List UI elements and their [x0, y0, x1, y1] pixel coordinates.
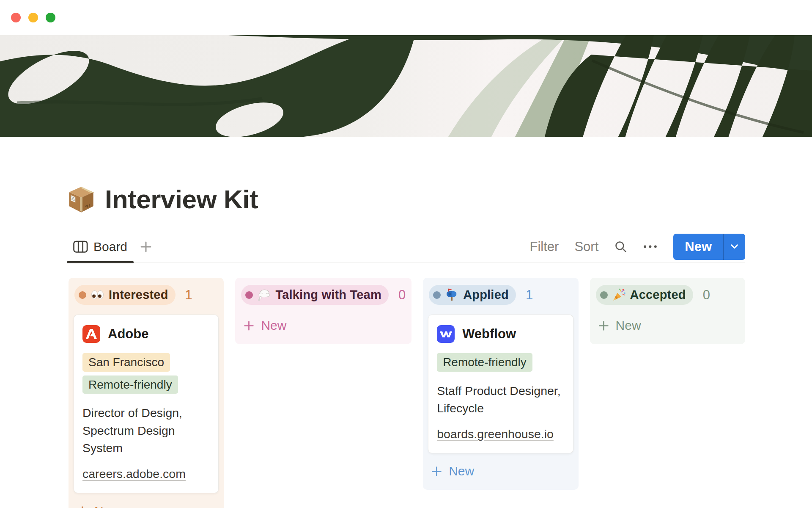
- job-title: Staff Product Designer, Lifecycle: [437, 382, 564, 417]
- ellipsis-icon: [643, 244, 658, 249]
- more-options-button[interactable]: [643, 244, 658, 249]
- magnifier-icon: [614, 240, 627, 253]
- column-label: Accepted: [630, 288, 686, 302]
- column-new-card-button[interactable]: New: [74, 500, 219, 508]
- column-new-card-button[interactable]: New: [595, 315, 740, 337]
- company-name: Adobe: [108, 326, 148, 342]
- status-dot: [79, 291, 86, 299]
- job-card[interactable]: Webflow Remote-friendly Staff Product De…: [428, 315, 573, 453]
- mailbox-emoji: [445, 288, 458, 301]
- column-label: Talking with Team: [275, 288, 381, 302]
- job-card[interactable]: Adobe San FranciscoRemote-friendly Direc…: [74, 315, 219, 493]
- status-pill: Interested: [74, 285, 176, 305]
- board-column-talking-with-team: Talking with Team 0 New: [235, 278, 411, 344]
- column-count: 1: [185, 287, 192, 303]
- close-window-button[interactable]: [11, 13, 21, 22]
- new-entry-button-label[interactable]: New: [673, 234, 723, 260]
- board-column-accepted: Accepted 0 New: [590, 278, 745, 344]
- thought-balloon-emoji: [258, 288, 271, 301]
- column-count: 0: [703, 287, 710, 303]
- filter-button[interactable]: Filter: [530, 239, 559, 254]
- company-name: Webflow: [462, 326, 516, 342]
- plus-icon: [431, 466, 442, 477]
- plus-icon: [243, 320, 255, 331]
- column-header[interactable]: Talking with Team 0: [240, 282, 406, 308]
- new-card-label: New: [261, 318, 286, 333]
- status-dot: [245, 291, 253, 299]
- board-view-icon: [73, 240, 88, 253]
- new-entry-button[interactable]: New: [673, 234, 745, 260]
- status-dot: [600, 291, 608, 299]
- status-dot: [433, 291, 441, 299]
- kanban-board: Interested 1 Adobe San FranciscoRemote-f…: [69, 278, 745, 508]
- tag-list: Remote-friendly: [437, 353, 564, 372]
- sort-button[interactable]: Sort: [574, 239, 598, 254]
- chevron-down-icon: [731, 244, 738, 249]
- column-count: 0: [398, 287, 406, 303]
- add-view-button[interactable]: [140, 240, 152, 253]
- search-button[interactable]: [614, 240, 627, 253]
- status-pill: Applied: [429, 285, 516, 305]
- page-header: Interview Kit: [67, 184, 745, 214]
- tag: San Francisco: [82, 353, 170, 372]
- job-title: Director of Design, Spectrum Design Syst…: [82, 404, 210, 457]
- column-count: 1: [526, 287, 533, 303]
- tab-board-view[interactable]: Board: [67, 231, 134, 262]
- board-view-label: Board: [93, 240, 127, 254]
- board-column-applied: Applied 1 Webflow Remote-friendly Staff …: [423, 278, 578, 490]
- column-new-card-button[interactable]: New: [240, 315, 406, 337]
- column-header[interactable]: Accepted 0: [595, 282, 740, 308]
- column-header[interactable]: Interested 1: [74, 282, 219, 308]
- board-column-interested: Interested 1 Adobe San FranciscoRemote-f…: [69, 278, 224, 508]
- monstera-leaves-illustration: [0, 35, 812, 137]
- minimize-window-button[interactable]: [28, 13, 38, 22]
- zoom-window-button[interactable]: [46, 13, 55, 22]
- eyes-emoji: [91, 288, 104, 301]
- column-header[interactable]: Applied 1: [428, 282, 573, 308]
- new-card-label: New: [616, 318, 641, 333]
- tag-list: San FranciscoRemote-friendly: [82, 353, 210, 394]
- package-emoji-icon: [67, 185, 96, 214]
- new-entry-dropdown-button[interactable]: [724, 234, 745, 260]
- plus-icon: [598, 320, 609, 331]
- column-label: Interested: [109, 288, 168, 302]
- tag: Remote-friendly: [82, 375, 178, 394]
- new-card-label: New: [94, 504, 120, 508]
- column-label: Applied: [463, 288, 509, 302]
- new-card-label: New: [449, 464, 474, 478]
- app-window: Interview Kit Board Filter Sort: [0, 0, 812, 508]
- page-cover-image: [0, 35, 812, 137]
- job-link[interactable]: careers.adobe.com: [82, 467, 186, 481]
- page-title[interactable]: Interview Kit: [105, 184, 258, 214]
- webflow-logo: [437, 325, 455, 343]
- party-popper-emoji: [612, 288, 625, 301]
- column-new-card-button[interactable]: New: [428, 460, 573, 482]
- tag: Remote-friendly: [437, 353, 532, 372]
- adobe-logo: [82, 325, 100, 343]
- job-link[interactable]: boards.greenhouse.io: [437, 427, 554, 441]
- view-toolbar: Board Filter Sort New: [67, 231, 745, 262]
- plus-icon: [140, 240, 152, 253]
- plus-icon: [77, 505, 88, 508]
- window-titlebar: [0, 0, 812, 35]
- status-pill: Talking with Team: [241, 285, 388, 305]
- status-pill: Accepted: [596, 285, 693, 305]
